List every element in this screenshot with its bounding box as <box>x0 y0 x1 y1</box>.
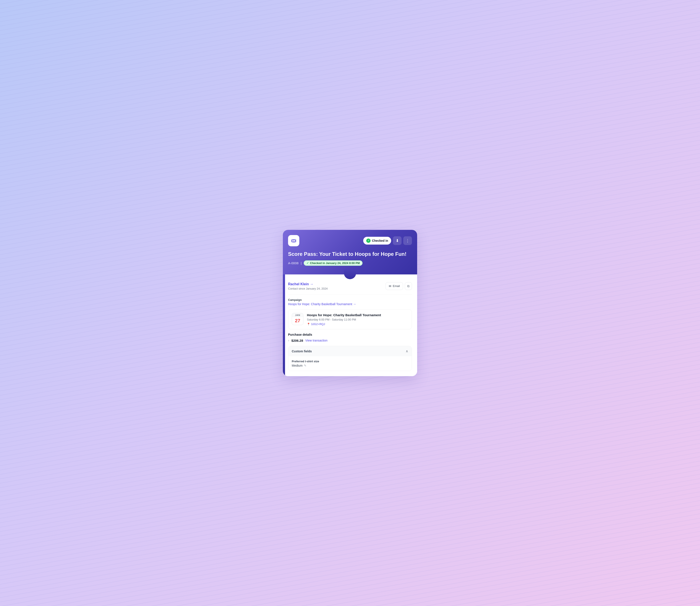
download-button[interactable]: ⬇ <box>393 236 402 245</box>
location-code: 3JG2+RQJ <box>311 323 325 326</box>
contact-since: Contact since January 24, 2024 <box>288 287 328 290</box>
card-header: 🎟 ✓ Checked in ⬇ ⋮ Score Pass: Your Tick… <box>283 230 417 275</box>
tshirt-field-label: Preferred t-shirt size <box>292 360 408 363</box>
contact-row: Rachel Klein → Contact since January 24,… <box>288 282 412 290</box>
event-day: 27 <box>292 317 303 325</box>
custom-fields-toggle[interactable]: Custom fields ∧ <box>288 346 412 356</box>
view-transaction-link[interactable]: View transaction <box>306 339 328 342</box>
custom-fields-body: Preferred t-shirt size Medium ✎ <box>288 356 412 371</box>
event-info: Hoops for Hope: Charity Basketball Tourn… <box>307 313 408 326</box>
more-icon: ⋮ <box>406 238 410 243</box>
ticket-card: 🎟 ✓ Checked in ⬇ ⋮ Score Pass: Your Tick… <box>283 230 417 376</box>
location-icon: 📍 <box>307 323 310 326</box>
order-separator: | <box>301 261 301 265</box>
campaign-link-text: Hoops for Hope: Charity Basketball Tourn… <box>288 302 356 306</box>
event-time: Saturday 6:00 PM - Saturday 11:00 PM <box>307 318 408 321</box>
checked-in-detail: Checked in January 24, 2024 8:00 PM <box>310 261 360 265</box>
divider-1 <box>288 295 412 295</box>
edit-icon[interactable]: ✎ <box>304 364 307 367</box>
contact-info: Rachel Klein → Contact since January 24,… <box>288 282 328 290</box>
event-name: Hoops for Hope: Charity Basketball Tourn… <box>307 313 408 317</box>
purchase-chevron-icon: › <box>288 339 289 342</box>
check-circle-icon: ✓ <box>366 238 370 243</box>
event-date-box: Jan 27 <box>292 313 303 325</box>
purchase-row: › $206.28 View transaction <box>288 339 412 342</box>
card-body: Rachel Klein → Contact since January 24,… <box>283 275 417 376</box>
contact-name-text: Rachel Klein <box>288 282 309 286</box>
event-month: Jan <box>292 313 303 317</box>
chevron-up-icon: ∧ <box>406 349 408 353</box>
ticket-icon-wrap: 🎟 <box>288 235 299 246</box>
contact-actions: ✉ Email ⧉ <box>385 282 412 290</box>
checked-in-badge: ✓ Checked in <box>363 237 391 244</box>
order-row: A-0008 | ✓ Checked in January 24, 2024 8… <box>288 260 412 266</box>
event-card: Jan 27 Hoops for Hope: Charity Basketbal… <box>288 309 412 330</box>
view-transaction-text: View transaction <box>306 339 328 342</box>
campaign-label: Campaign <box>288 298 412 302</box>
purchase-amount: $206.28 <box>291 339 303 342</box>
email-button-label: Email <box>393 284 400 288</box>
tshirt-field-value-row: Medium ✎ <box>292 364 408 367</box>
order-id: A-0008 <box>288 261 298 265</box>
pill-tick-icon: ✓ <box>307 261 309 265</box>
contact-arrow-icon: → <box>310 282 313 286</box>
copy-button[interactable]: ⧉ <box>405 282 412 290</box>
checked-in-label: Checked in <box>372 239 388 242</box>
header-actions: ✓ Checked in ⬇ ⋮ <box>363 236 412 245</box>
tshirt-field-value: Medium <box>292 364 302 367</box>
more-options-button[interactable]: ⋮ <box>403 236 412 245</box>
custom-fields-section: Custom fields ∧ Preferred t-shirt size M… <box>288 346 412 371</box>
campaign-link[interactable]: Hoops for Hope: Charity Basketball Tourn… <box>288 302 412 306</box>
header-top: 🎟 ✓ Checked in ⬇ ⋮ <box>288 235 412 246</box>
email-button[interactable]: ✉ Email <box>385 282 403 290</box>
contact-name-link[interactable]: Rachel Klein → <box>288 282 328 286</box>
purchase-label: Purchase details <box>288 333 412 336</box>
custom-fields-title: Custom fields <box>292 350 312 353</box>
event-location-link[interactable]: 📍 3JG2+RQJ <box>307 323 408 326</box>
event-title-header: Score Pass: Your Ticket to Hoops for Hop… <box>288 251 412 257</box>
copy-icon: ⧉ <box>407 284 410 288</box>
email-icon: ✉ <box>389 284 391 288</box>
ticket-icon: 🎟 <box>291 237 296 244</box>
download-icon: ⬇ <box>396 238 399 243</box>
checked-in-pill: ✓ Checked in January 24, 2024 8:00 PM <box>304 260 363 266</box>
